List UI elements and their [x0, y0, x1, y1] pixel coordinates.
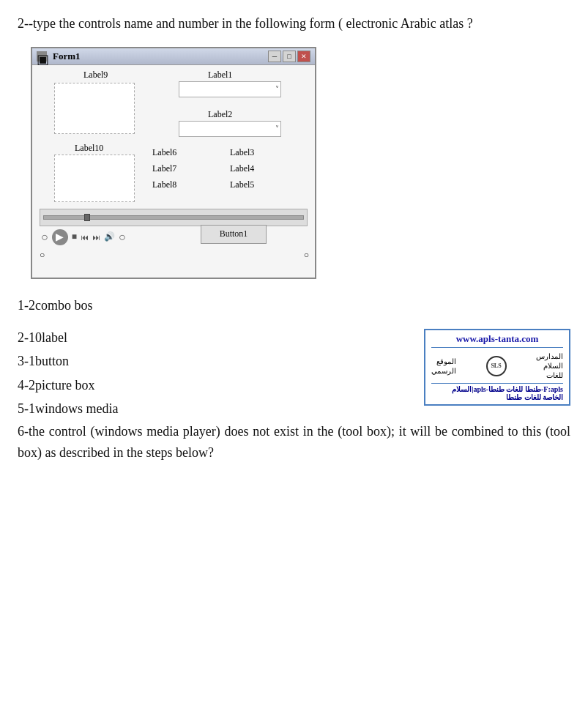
label5: Label5 — [230, 179, 254, 190]
form-icon: ▣ — [37, 51, 47, 62]
combo-box-2[interactable] — [179, 121, 281, 137]
maximize-button[interactable]: □ — [283, 51, 296, 62]
media-volume-button[interactable]: 🔊 — [104, 231, 115, 242]
form-body: Label9 Label1 Label2 Label10 Label6 Labe… — [32, 65, 315, 278]
stamp-footer: F:apls-طنطا للغات طنطا-apls|السلام الخاص… — [431, 383, 563, 401]
stamp-circle-sls: SLS — [486, 356, 507, 376]
label10: Label10 — [75, 143, 103, 154]
media-next-button[interactable]: ⏭ — [92, 233, 100, 242]
combo-box-1[interactable] — [179, 81, 281, 97]
button1[interactable]: Button1 — [201, 225, 267, 244]
form-title: Form1 — [50, 51, 268, 62]
label3: Label3 — [230, 147, 254, 158]
media-seekbar[interactable] — [43, 215, 304, 220]
label4: Label4 — [230, 163, 254, 174]
minimize-button[interactable]: ─ — [268, 51, 281, 62]
label8: Label8 — [152, 179, 176, 190]
stamp-col1: المدارسالسلامللغات — [536, 352, 563, 380]
stamp-box: www.apls-tanta.com المدارسالسلامللغات SL… — [424, 329, 570, 406]
label2: Label2 — [208, 109, 232, 120]
form-bottom-circles: ○ ○ — [40, 250, 309, 261]
answers-list: 1-2combo bos — [18, 294, 570, 317]
last-paragraph: 6-the control (windows media player) doe… — [18, 421, 570, 464]
answer-1: 1-2combo bos — [18, 294, 570, 317]
circle-left: ○ — [40, 250, 45, 261]
media-player-track-area — [40, 209, 308, 226]
label9: Label9 — [83, 70, 108, 81]
picture-box-1 — [54, 83, 135, 134]
picture-box-2 — [54, 155, 135, 202]
answer-2-row: www.apls-tanta.com المدارسالسلامللغات SL… — [18, 326, 570, 421]
form-titlebar: ▣ Form1 ─ □ ✕ — [32, 48, 315, 65]
label7: Label7 — [152, 163, 176, 174]
stamp-url: www.apls-tanta.com — [431, 333, 563, 348]
intro-text: 2--type the controls name and number in … — [18, 13, 570, 35]
media-controls: ○ ▶ ■ ⏮ ⏭ 🔊 ○ — [41, 229, 126, 245]
media-radio-left: ○ — [41, 231, 48, 244]
stamp-col3: الموقعالرسمي — [431, 357, 456, 376]
form-window: ▣ Form1 ─ □ ✕ Label9 Label1 Label2 Label… — [31, 47, 316, 279]
circle-right: ○ — [304, 250, 309, 261]
media-prev-button[interactable]: ⏮ — [81, 233, 89, 242]
media-play-button[interactable]: ▶ — [52, 229, 68, 245]
label1: Label1 — [208, 70, 232, 81]
media-radio-right: ○ — [119, 231, 126, 244]
stamp-middle-row: المدارسالسلامللغات SLS الموقعالرسمي — [431, 350, 563, 382]
label6: Label6 — [152, 147, 176, 158]
close-button[interactable]: ✕ — [297, 51, 310, 62]
media-thumb[interactable] — [84, 214, 90, 221]
media-stop-button[interactable]: ■ — [72, 231, 77, 242]
window-buttons: ─ □ ✕ — [268, 51, 310, 62]
